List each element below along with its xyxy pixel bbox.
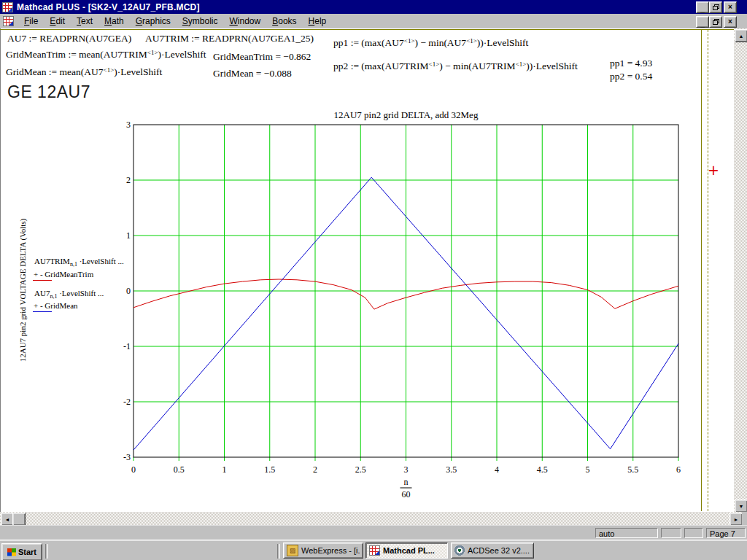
svg-text:5: 5 bbox=[586, 464, 590, 475]
legend-trace2-expression: AU7n,1 ·LevelShift ... bbox=[34, 289, 104, 300]
arrow-up-icon: ▲ bbox=[739, 34, 744, 39]
restore-icon bbox=[713, 4, 719, 10]
crosshair-cursor: + bbox=[708, 162, 719, 178]
restore-button[interactable] bbox=[709, 1, 722, 13]
svg-text:-1: -1 bbox=[123, 341, 131, 351]
equation-gridmeantrim-def[interactable]: GridMeanTrim := mean(AU7TRIM<1>)·LevelSh… bbox=[6, 49, 206, 61]
chart-region[interactable]: 12AU7 pin2 grid DELTA, add 32Meg3210-1-2… bbox=[109, 106, 693, 503]
equation-gridmean-def[interactable]: GridMean := mean(AU7<1>)·LevelShift bbox=[6, 66, 162, 78]
svg-text:-3: -3 bbox=[123, 452, 131, 462]
svg-text:2: 2 bbox=[126, 175, 131, 185]
task-button-acdsee[interactable]: ACDSee 32 v2.... bbox=[451, 542, 534, 559]
page-break-line bbox=[708, 30, 708, 511]
task-button-mathcad[interactable]: Mathcad PL... bbox=[365, 542, 448, 559]
horizontal-scrollbar[interactable]: ◄ ► bbox=[0, 512, 742, 525]
svg-text:60: 60 bbox=[402, 489, 411, 499]
equation-au7trim-def[interactable]: AU7TRIM := READPRN(AU7GEA1_25) bbox=[145, 33, 314, 44]
status-bar: auto Page 7 bbox=[0, 525, 747, 540]
menu-edit[interactable]: Edit bbox=[44, 15, 71, 28]
menu-symbolic[interactable]: Symbolic bbox=[177, 15, 224, 28]
page-indicator: Page 7 bbox=[706, 528, 746, 538]
doc-restore-button[interactable] bbox=[709, 16, 722, 28]
taskbar: Start ◉LTe✉▞C▤▯⇄+O ▨ WebExpress - [i... … bbox=[0, 540, 747, 560]
scroll-up-button[interactable]: ▲ bbox=[735, 29, 747, 42]
scrollbar-corner bbox=[742, 512, 747, 525]
chart-y-axis-label: 12AU7 pin2 grid VOLTAGE DELTA (Volts) bbox=[18, 173, 27, 408]
legend-trace1-offset: + - GridMeanTrim bbox=[34, 270, 93, 279]
close-button[interactable]: × bbox=[724, 1, 737, 13]
vertical-scrollbar[interactable]: ▲ ▼ bbox=[734, 28, 747, 512]
svg-text:12AU7 pin2 grid DELTA, add 32M: 12AU7 pin2 grid DELTA, add 32Meg bbox=[334, 109, 479, 120]
equation-pp1-def[interactable]: pp1 := (max(AU7<1>) − min(AU7<1>))·Level… bbox=[333, 37, 528, 49]
menu-text[interactable]: Text bbox=[71, 15, 98, 28]
acdsee-eye-icon bbox=[454, 545, 465, 556]
svg-text:3: 3 bbox=[404, 464, 409, 475]
svg-text:1: 1 bbox=[222, 464, 227, 475]
legend-trace1-expression: AU7TRIMn,1 ·LevelShift ... bbox=[34, 257, 124, 268]
arrow-left-icon: ◄ bbox=[5, 517, 10, 522]
app-icon[interactable] bbox=[2, 2, 13, 12]
page-margin-top-line bbox=[0, 29, 734, 30]
task-button-webexpress[interactable]: ▨ WebExpress - [i... bbox=[283, 542, 363, 559]
menu-graphics[interactable]: Graphics bbox=[130, 15, 177, 28]
equation-gridmean-value[interactable]: GridMean = −0.088 bbox=[213, 68, 292, 79]
status-panel-empty-2 bbox=[684, 528, 703, 538]
svg-text:2: 2 bbox=[313, 464, 317, 475]
svg-text:3.5: 3.5 bbox=[446, 464, 457, 475]
menu-books[interactable]: Books bbox=[266, 15, 302, 28]
doc-minimize-button[interactable]: _ bbox=[696, 16, 709, 28]
svg-text:4: 4 bbox=[495, 464, 499, 475]
document-icon[interactable] bbox=[3, 16, 14, 26]
menu-math[interactable]: Math bbox=[98, 15, 130, 28]
menu-window[interactable]: Window bbox=[224, 15, 267, 28]
scroll-right-button[interactable]: ► bbox=[729, 513, 743, 526]
arrow-right-icon: ► bbox=[734, 517, 739, 522]
svg-text:1: 1 bbox=[126, 230, 131, 241]
horizontal-scroll-thumb[interactable] bbox=[12, 513, 26, 526]
svg-text:n: n bbox=[404, 477, 409, 487]
svg-text:0.5: 0.5 bbox=[174, 464, 185, 475]
doc-close-button[interactable]: × bbox=[724, 16, 737, 28]
doc-restore-icon bbox=[713, 19, 719, 25]
svg-text:0: 0 bbox=[131, 464, 136, 475]
menu-help[interactable]: Help bbox=[303, 15, 333, 28]
svg-text:6: 6 bbox=[676, 464, 681, 475]
legend-trace2-offset: + - GridMean bbox=[34, 301, 78, 310]
windows-logo-icon bbox=[7, 548, 16, 556]
svg-text:4.5: 4.5 bbox=[537, 464, 548, 475]
mathcad-window: Mathcad PLUS - [SK2-V_12AU7_PFB.MCD] _ ×… bbox=[0, 0, 747, 560]
svg-text:5.5: 5.5 bbox=[627, 464, 638, 475]
page-margin-right-line bbox=[701, 30, 702, 511]
equation-pp1-value[interactable]: pp1 = 4.93 bbox=[610, 58, 652, 69]
menu-file[interactable]: File bbox=[18, 15, 44, 28]
scroll-down-button[interactable]: ▼ bbox=[735, 499, 747, 513]
doc-close-icon: × bbox=[728, 18, 732, 26]
arrow-down-icon: ▼ bbox=[739, 504, 744, 509]
svg-text:Time (sec): Time (sec) bbox=[389, 502, 423, 503]
close-icon: × bbox=[728, 4, 732, 11]
minimize-button[interactable]: _ bbox=[696, 1, 709, 13]
svg-text:3: 3 bbox=[126, 120, 131, 130]
equation-gridmeantrim-value[interactable]: GridMeanTrim = −0.862 bbox=[213, 51, 311, 63]
legend-trace2-swatch bbox=[33, 311, 52, 312]
calc-mode-indicator[interactable]: auto bbox=[595, 528, 658, 538]
svg-text:0: 0 bbox=[126, 286, 131, 296]
status-panel-empty-1 bbox=[661, 528, 681, 538]
svg-text:-2: -2 bbox=[123, 397, 131, 407]
menu-bar: File Edit Text Math Graphics Symbolic Wi… bbox=[0, 14, 747, 29]
equation-pp2-value[interactable]: pp2 = 0.54 bbox=[610, 71, 652, 82]
legend-trace1-swatch bbox=[33, 280, 52, 281]
worksheet-heading[interactable]: GE 12AU7 bbox=[7, 82, 90, 102]
svg-text:2.5: 2.5 bbox=[355, 464, 366, 475]
svg-text:1.5: 1.5 bbox=[264, 464, 275, 475]
equation-au7-def[interactable]: AU7 := READPRN(AU7GEA) bbox=[7, 33, 131, 44]
title-bar: Mathcad PLUS - [SK2-V_12AU7_PFB.MCD] bbox=[0, 0, 747, 14]
equation-pp2-def[interactable]: pp2 := (max(AU7TRIM<1>) − min(AU7TRIM<1>… bbox=[333, 61, 578, 72]
start-button[interactable]: Start bbox=[1, 543, 42, 560]
window-title: Mathcad PLUS - [SK2-V_12AU7_PFB.MCD] bbox=[17, 2, 200, 12]
taskbar-separator bbox=[45, 544, 48, 559]
webexpress-icon: ▨ bbox=[287, 545, 298, 556]
mathcad-icon bbox=[369, 545, 380, 556]
taskbar-separator bbox=[277, 544, 280, 559]
